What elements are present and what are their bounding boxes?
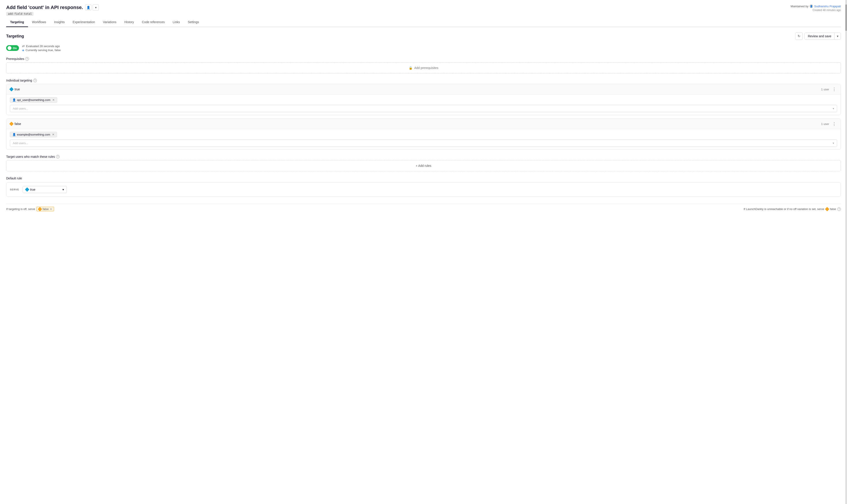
refresh-button[interactable]: ↻ (795, 32, 803, 40)
add-rules-label: + Add rules (416, 164, 431, 167)
serve-chevron-icon: ▾ (63, 188, 64, 191)
tab-history[interactable]: History (120, 18, 138, 27)
user-count-true: 1 user (821, 88, 829, 91)
add-users-placeholder-true: Add users... (13, 107, 28, 110)
scrollbar[interactable] (845, 0, 847, 504)
prerequisites-label: Prerequisites ? (6, 57, 841, 60)
rules-section: Target users who match these rules ? + A… (6, 155, 841, 171)
rules-label-text: Target users who match these rules (6, 155, 55, 159)
maintainer-avatar: 👤 (810, 4, 813, 8)
serve-value: true (30, 188, 35, 191)
variation-more-button-true[interactable]: ⋮ (831, 87, 837, 92)
prerequisites-help-icon[interactable]: ? (25, 57, 29, 60)
variation-name-true: true (10, 88, 20, 91)
add-users-dropdown-false[interactable]: Add users... ▾ (10, 140, 837, 147)
individual-targeting-section: Individual targeting ? true 1 user ⋮ 👤 (6, 79, 841, 150)
diamond-icon-false (9, 122, 14, 126)
user-tag-email-true-0: api_user@something.com (17, 98, 50, 102)
user-tag-remove-false-0[interactable]: ✕ (52, 133, 54, 136)
created-time: Created 48 minutes ago (791, 8, 841, 12)
footer-right: If LaunchDarkly is unreachable or if no … (744, 208, 841, 211)
variation-card-true: true 1 user ⋮ 👤 api_user@something.com ✕… (6, 84, 841, 115)
serve-select[interactable]: true ▾ (23, 186, 67, 193)
add-users-chevron-true: ▾ (833, 107, 834, 110)
individual-targeting-text: Individual targeting (6, 79, 32, 82)
variation-card-false: false 1 user ⋮ 👤 example@something.com ✕… (6, 119, 841, 150)
maintained-label: Maintained by (791, 5, 808, 8)
review-save-label: Review and save (805, 33, 834, 39)
section-header: Targeting ↻ Review and save ▾ (6, 32, 841, 40)
title-actions: 👤 ▾ (85, 4, 99, 11)
evaluated-text: Evaluated 28 seconds ago (26, 44, 60, 48)
header-right: Maintained by 👤 Sudhanshu Prajapati Crea… (791, 4, 841, 12)
lock-icon: 🔒 (409, 66, 413, 70)
toggle-circle (7, 46, 12, 50)
maintained-by-row: Maintained by 👤 Sudhanshu Prajapati (791, 4, 841, 8)
user-count-false: 1 user (821, 122, 829, 126)
serve-row: SERVE true ▾ (10, 186, 837, 193)
serving-line: ◈ Currently serving true, false (22, 49, 60, 52)
prerequisites-section: Prerequisites ? 🔒 Add prerequisites (6, 57, 841, 73)
nav-tabs: Targeting Workflows Insights Experimenta… (6, 18, 841, 27)
individual-targeting-label: Individual targeting ? (6, 79, 841, 82)
if-unreachable-diamond-icon (825, 207, 829, 211)
user-tag-false-0: 👤 example@something.com ✕ (10, 132, 57, 137)
tab-insights[interactable]: Insights (50, 18, 69, 27)
targeting-toggle[interactable]: On (6, 45, 19, 51)
variation-label-false: false (15, 122, 21, 126)
title-dropdown-button[interactable]: ▾ (93, 4, 99, 11)
feature-tag: add-field-total (6, 12, 34, 16)
review-save-dropdown-icon[interactable]: ▾ (834, 33, 841, 39)
variation-header-true: true 1 user ⋮ (6, 84, 841, 94)
if-unreachable-help-icon[interactable]: ? (837, 208, 841, 211)
page-title: Add field 'count' in API response. 👤 ▾ (6, 4, 99, 11)
tab-workflows[interactable]: Workflows (28, 18, 50, 27)
tab-targeting[interactable]: Targeting (6, 18, 28, 27)
eval-icon: ⇄ (22, 44, 25, 48)
add-users-dropdown-true[interactable]: Add users... ▾ (10, 105, 837, 112)
maintainer-name[interactable]: Sudhanshu Prajapati (814, 5, 841, 8)
variation-more-button-false[interactable]: ⋮ (831, 122, 837, 126)
user-tag-true-0: 👤 api_user@something.com ✕ (10, 97, 57, 103)
serve-label: SERVE (10, 188, 19, 191)
tab-links[interactable]: Links (169, 18, 184, 27)
add-prerequisites-button[interactable]: 🔒 Add prerequisites (6, 62, 841, 73)
add-rules-button[interactable]: + Add rules (6, 160, 841, 171)
tab-variations[interactable]: Variations (99, 18, 120, 27)
user-tag-icon-false-0: 👤 (12, 133, 16, 136)
scrollbar-thumb[interactable] (845, 4, 847, 31)
user-tag-remove-true-0[interactable]: ✕ (52, 98, 55, 102)
default-rule-section: Default rule SERVE true ▾ (6, 177, 841, 197)
variation-header-false: false 1 user ⋮ (6, 119, 841, 129)
if-off-value: false (42, 208, 49, 211)
variation-body-true: 👤 api_user@something.com ✕ Add users... … (6, 94, 841, 115)
header-left: Add field 'count' in API response. 👤 ▾ a… (6, 4, 99, 16)
diamond-icon-true (9, 87, 14, 91)
section-title: Targeting (6, 34, 24, 39)
prerequisites-text: Prerequisites (6, 57, 24, 60)
if-unreachable-value: false (830, 208, 836, 211)
user-tag-email-false-0: example@something.com (17, 133, 50, 136)
tab-settings[interactable]: Settings (184, 18, 203, 27)
section-actions: ↻ Review and save ▾ (795, 32, 841, 40)
review-save-button[interactable]: Review and save ▾ (805, 33, 841, 40)
default-rule-label: Default rule (6, 177, 841, 180)
variation-meta-true: 1 user ⋮ (821, 87, 837, 92)
tab-code-references[interactable]: Code references (138, 18, 169, 27)
title-text: Add field 'count' in API response. (6, 5, 83, 10)
add-users-chevron-false: ▾ (833, 142, 834, 145)
variation-meta-false: 1 user ⋮ (821, 122, 837, 126)
assign-button[interactable]: 👤 (85, 4, 91, 11)
user-tag-icon-true-0: 👤 (12, 98, 16, 102)
if-off-remove-button[interactable]: ✕ (50, 208, 52, 211)
default-rule-card: SERVE true ▾ (6, 182, 841, 197)
if-off-value-tag: false ✕ (36, 207, 54, 211)
serve-icon: ◈ (22, 49, 24, 52)
individual-targeting-help-icon[interactable]: ? (33, 79, 37, 82)
user-tags-row-false: 👤 example@something.com ✕ (10, 132, 837, 137)
footer-left: If targeting is off, serve false ✕ (6, 207, 54, 211)
rules-help-icon[interactable]: ? (56, 155, 59, 159)
serving-text: Currently serving true, false (25, 49, 60, 52)
add-users-placeholder-false: Add users... (13, 142, 28, 145)
tab-experimentation[interactable]: Experimentation (69, 18, 99, 27)
